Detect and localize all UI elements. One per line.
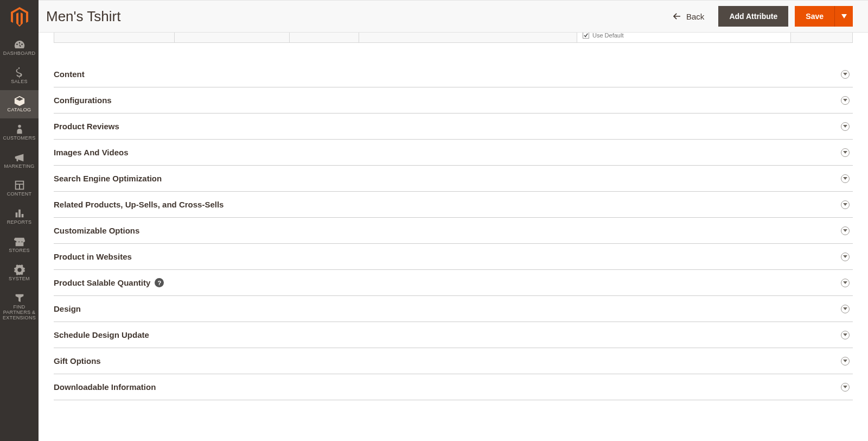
sidebar-item-marketing[interactable]: MARKETING [0, 147, 39, 175]
sidebar-item-partners[interactable]: FIND PARTNERS & EXTENSIONS [0, 287, 39, 326]
sidebar-item-label: STORES [9, 248, 30, 254]
sidebar-item-customers[interactable]: CUSTOMERS [0, 118, 39, 147]
section-row[interactable]: Schedule Design Update [54, 322, 853, 348]
table-cell [175, 33, 290, 42]
sidebar-item-catalog[interactable]: CATALOG [0, 90, 39, 118]
section-row[interactable]: Images And Videos [54, 140, 853, 166]
section-row[interactable]: Configurations [54, 87, 853, 114]
chevron-down-icon[interactable] [841, 174, 850, 183]
sections-list: ContentConfigurationsProduct ReviewsImag… [54, 61, 853, 400]
table-row: Use Default [54, 33, 853, 43]
sidebar-item-system[interactable]: SYSTEM [0, 259, 39, 287]
chevron-down-icon[interactable] [841, 253, 850, 261]
section-title: Downloadable Information [54, 382, 156, 392]
section-label: Related Products, Up-Sells, and Cross-Se… [54, 200, 224, 209]
section-row[interactable]: Related Products, Up-Sells, and Cross-Se… [54, 192, 853, 218]
section-label: Content [54, 70, 85, 79]
arrow-left-icon [673, 13, 681, 20]
sidebar-item-stores[interactable]: STORES [0, 231, 39, 259]
table-cell [359, 33, 577, 42]
sidebar-item-label: CUSTOMERS [3, 136, 35, 141]
sidebar-item-label: SYSTEM [9, 276, 30, 282]
section-label: Product Salable Quantity [54, 278, 150, 287]
section-row[interactable]: Search Engine Optimization [54, 166, 853, 192]
section-row[interactable]: Gift Options [54, 348, 853, 374]
sidebar-item-sales[interactable]: SALES [0, 62, 39, 90]
section-title: Configurations [54, 96, 112, 105]
section-row[interactable]: Product Salable Quantity? [54, 270, 853, 296]
chevron-down-icon[interactable] [841, 96, 850, 105]
back-button[interactable]: Back [673, 12, 712, 21]
use-default-checkbox[interactable] [583, 33, 589, 39]
chevron-down-icon[interactable] [841, 357, 850, 366]
sidebar-item-reports[interactable]: REPORTS [0, 203, 39, 231]
section-title: Related Products, Up-Sells, and Cross-Se… [54, 200, 224, 209]
chevron-down-icon[interactable] [841, 383, 850, 392]
section-row[interactable]: Content [54, 61, 853, 87]
chevron-down-icon[interactable] [841, 122, 850, 131]
section-label: Search Engine Optimization [54, 174, 162, 183]
table-cell [791, 33, 852, 42]
layout-icon [14, 180, 25, 191]
dollar-icon [14, 67, 25, 78]
sidebar-item-label: FIND PARTNERS & EXTENSIONS [1, 305, 37, 321]
section-title: Design [54, 304, 81, 313]
sidebar-item-label: CATALOG [8, 108, 31, 113]
section-label: Schedule Design Update [54, 330, 149, 339]
sidebar-item-label: MARKETING [4, 164, 34, 169]
chevron-down-icon[interactable] [841, 70, 850, 79]
megaphone-icon [14, 152, 25, 163]
use-default-label: Use Default [592, 33, 623, 39]
sidebar-item-label: CONTENT [7, 192, 32, 197]
add-attribute-button[interactable]: Add Attribute [718, 6, 788, 27]
chevron-down-icon[interactable] [841, 279, 850, 287]
chevron-down-icon[interactable] [841, 226, 850, 235]
table-cell [290, 33, 359, 42]
gear-icon [14, 264, 25, 275]
section-title: Gift Options [54, 356, 101, 366]
gauge-icon [14, 39, 25, 50]
chevron-down-icon[interactable] [841, 331, 850, 339]
sidebar-item-label: SALES [11, 79, 28, 85]
section-title: Product Salable Quantity? [54, 278, 164, 287]
section-row[interactable]: Customizable Options [54, 218, 853, 244]
caret-down-icon [841, 14, 847, 18]
chevron-down-icon[interactable] [841, 305, 850, 313]
person-icon [14, 124, 25, 135]
section-label: Product in Websites [54, 252, 132, 261]
main-content: Men's Tshirt Back Add Attribute Save U [39, 0, 868, 441]
header-actions: Back Add Attribute Save [673, 6, 853, 27]
sidebar-item-dashboard[interactable]: DASHBOARD [0, 34, 39, 62]
page-header: Men's Tshirt Back Add Attribute Save [39, 0, 868, 33]
chevron-down-icon[interactable] [841, 148, 850, 157]
section-label: Downloadable Information [54, 382, 156, 392]
table-cell-use-default: Use Default [577, 33, 791, 42]
help-icon[interactable]: ? [155, 278, 164, 287]
section-label: Product Reviews [54, 122, 119, 131]
section-title: Product Reviews [54, 122, 119, 131]
store-icon [14, 236, 25, 247]
content-scroll[interactable]: Use Default ContentConfigurationsProduct… [39, 33, 868, 441]
section-row[interactable]: Product in Websites [54, 244, 853, 270]
save-dropdown-toggle[interactable] [834, 6, 853, 27]
section-label: Images And Videos [54, 148, 129, 157]
sidebar-item-content[interactable]: CONTENT [0, 174, 39, 203]
section-row[interactable]: Downloadable Information [54, 374, 853, 400]
magento-logo[interactable] [0, 0, 39, 34]
section-label: Design [54, 304, 81, 313]
section-label: Customizable Options [54, 226, 139, 235]
section-row[interactable]: Product Reviews [54, 114, 853, 140]
sidebar-item-label: DASHBOARD [3, 51, 36, 56]
bar-chart-icon [14, 208, 25, 219]
section-title: Schedule Design Update [54, 330, 149, 339]
back-label: Back [686, 12, 704, 21]
section-row[interactable]: Design [54, 296, 853, 322]
section-title: Product in Websites [54, 252, 132, 261]
chevron-down-icon[interactable] [841, 200, 850, 209]
section-label: Configurations [54, 96, 112, 105]
partners-icon [14, 293, 25, 304]
section-title: Customizable Options [54, 226, 139, 235]
sidebar: DASHBOARD SALES CATALOG CUSTOMERS MARKET… [0, 0, 39, 441]
save-button-group: Save [795, 6, 853, 27]
save-button[interactable]: Save [795, 6, 834, 27]
